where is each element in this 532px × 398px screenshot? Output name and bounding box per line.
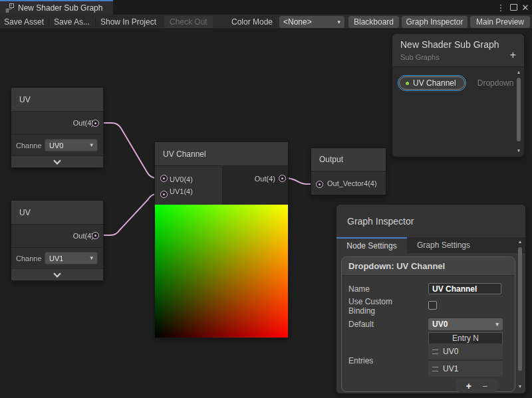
drag-handle-icon[interactable]: [432, 349, 438, 354]
blackboard-panel: New Shader Sub Graph Sub Graphs + UV Cha…: [392, 34, 524, 157]
channel-label: Channe: [16, 142, 45, 149]
port-label: UV1(4): [170, 187, 222, 195]
node-title[interactable]: Output: [311, 148, 386, 171]
toolbar-separator: [95, 17, 96, 26]
blackboard-header[interactable]: New Shader Sub Graph Sub Graphs +: [392, 34, 524, 67]
property-type: Dropdown: [477, 78, 514, 88]
default-label: Default: [348, 320, 374, 329]
output-node[interactable]: Output Out_Vector4(4): [311, 148, 386, 195]
node-title[interactable]: UV Channel: [155, 142, 288, 166]
blackboard-item-uv-channel[interactable]: UV Channel Dropdown: [398, 75, 513, 91]
chevron-down-icon: ▾: [90, 142, 93, 148]
drag-handle-icon[interactable]: [432, 367, 438, 371]
output-port-row: Out(4): [11, 112, 103, 135]
show-in-project-button[interactable]: Show In Project: [100, 15, 156, 29]
chevron-down-icon: [53, 270, 61, 277]
close-icon[interactable]: ✕: [519, 0, 531, 15]
property-name: UV Channel: [413, 78, 456, 88]
remove-entry-button[interactable]: −: [482, 381, 487, 391]
entries-header: Entry N: [428, 332, 503, 344]
name-input[interactable]: [428, 283, 501, 294]
use-custom-binding-label: Use Custom Binding: [348, 297, 402, 316]
channel-label: Channe: [16, 254, 45, 262]
color-mode-dropdown[interactable]: <None> ▾: [279, 16, 344, 28]
chevron-down-icon: ▾: [90, 255, 93, 261]
document-tab[interactable]: New Shader Sub Graph: [0, 0, 113, 15]
port-label: Out(4): [73, 232, 94, 240]
entry-value: UV1: [443, 364, 458, 373]
channel-dropdown[interactable]: UV0 ▾: [45, 139, 98, 151]
uv-channel-node[interactable]: UV Channel UV0(4) UV1(4) Out(4): [155, 142, 288, 338]
add-property-button[interactable]: +: [510, 50, 516, 60]
input-ports-column: UV0(4) UV1(4): [155, 166, 223, 205]
output-ports-column: Out(4): [223, 166, 288, 205]
scrollbar-thumb[interactable]: [517, 78, 521, 142]
uv-top-out-port[interactable]: [92, 120, 99, 127]
uv-node-top[interactable]: UV Out(4) Channe UV0 ▾: [11, 88, 103, 167]
toolbar-separator: [49, 17, 49, 26]
check-out-button: Check Out: [164, 16, 213, 28]
entry-row[interactable]: UV0: [428, 344, 503, 359]
port-label: Out_Vector4(4): [327, 179, 377, 187]
node-title[interactable]: UV: [11, 201, 103, 225]
use-custom-binding-checkbox[interactable]: [428, 301, 437, 310]
section-title: Dropdown: UV Channel: [342, 257, 515, 276]
color-mode-value: <None>: [283, 17, 312, 27]
add-entry-button[interactable]: +: [466, 381, 471, 391]
menu-icon[interactable]: ⋮: [495, 0, 507, 15]
tab-node-settings[interactable]: Node Settings: [336, 237, 407, 253]
entries-footer: + −: [456, 379, 497, 392]
uv-bottom-out-port[interactable]: [92, 232, 99, 239]
port-label: Out(4): [73, 119, 94, 127]
dropdown-settings-section: Dropdown: UV Channel Name Use Custom Bin…: [341, 256, 515, 392]
output-node-in-port[interactable]: [316, 181, 323, 188]
scroll-up-icon[interactable]: ▲: [515, 70, 523, 75]
output-port-row: Out(4): [11, 225, 103, 248]
tab-title: New Shader Sub Graph: [18, 3, 102, 13]
collapse-button[interactable]: [11, 156, 103, 167]
channel-row: Channe UV1 ▾: [11, 248, 103, 269]
chevron-down-icon: [53, 157, 61, 164]
uv-channel-out-port[interactable]: [279, 175, 286, 182]
inspector-scrollbar[interactable]: ▲ ▼: [516, 239, 524, 389]
channel-row: Channe UV0 ▾: [11, 135, 103, 156]
port-label: Out(4): [255, 175, 275, 183]
node-title[interactable]: UV: [11, 88, 103, 112]
scroll-up-icon[interactable]: ▲: [516, 239, 524, 245]
property-pill-selected[interactable]: UV Channel: [398, 75, 466, 91]
scroll-down-icon[interactable]: ▼: [515, 148, 523, 153]
uv-node-bottom[interactable]: UV Out(4) Channe UV1 ▾: [11, 201, 103, 280]
entry-row[interactable]: UV1: [428, 361, 503, 377]
inspector-title[interactable]: Graph Inspector: [336, 205, 525, 237]
entry-value: UV0: [443, 347, 458, 356]
chevron-down-icon: ▾: [337, 19, 340, 25]
collapse-button[interactable]: [11, 269, 103, 280]
graph-inspector-toggle-button[interactable]: Graph Inspector: [402, 16, 467, 28]
tab-graph-settings[interactable]: Graph Settings: [407, 237, 480, 253]
titlebar: New Shader Sub Graph ⋮ ✕: [0, 0, 532, 15]
uv-channel-uv1-port[interactable]: [160, 191, 168, 198]
scroll-down-icon[interactable]: ▼: [516, 384, 524, 389]
exposed-dot-icon: [406, 82, 409, 85]
uv-gradient-preview: [155, 205, 288, 338]
graph-inspector-panel: Graph Inspector Node Settings Graph Sett…: [336, 205, 525, 393]
blackboard-toggle-button[interactable]: Blackboard: [348, 16, 399, 28]
main-preview-toggle-button[interactable]: Main Preview: [470, 16, 530, 28]
blackboard-title: New Shader Sub Graph: [400, 39, 516, 50]
blackboard-scrollbar[interactable]: ▲ ▼: [515, 70, 523, 153]
port-label: UV0(4): [170, 175, 222, 183]
save-asset-button[interactable]: Save Asset: [4, 15, 44, 29]
maximize-icon[interactable]: [507, 0, 519, 15]
default-dropdown[interactable]: UV0 ▾: [428, 318, 503, 330]
channel-dropdown[interactable]: UV1 ▾: [45, 252, 98, 264]
inspector-tabs: Node Settings Graph Settings: [336, 237, 525, 253]
save-as-button[interactable]: Save As...: [54, 15, 90, 29]
scrollbar-thumb[interactable]: [518, 247, 522, 371]
entries-label: Entries: [348, 356, 373, 365]
uv-channel-uv0-port[interactable]: [160, 175, 168, 182]
shader-graph-window: New Shader Sub Graph ⋮ ✕ Save Asset Save…: [0, 0, 532, 398]
entries-list: Entry N UV0 UV1: [428, 332, 503, 377]
chevron-down-icon: ▾: [495, 322, 499, 328]
default-value: UV0: [432, 320, 448, 329]
color-mode-label: Color Mode: [231, 15, 273, 29]
